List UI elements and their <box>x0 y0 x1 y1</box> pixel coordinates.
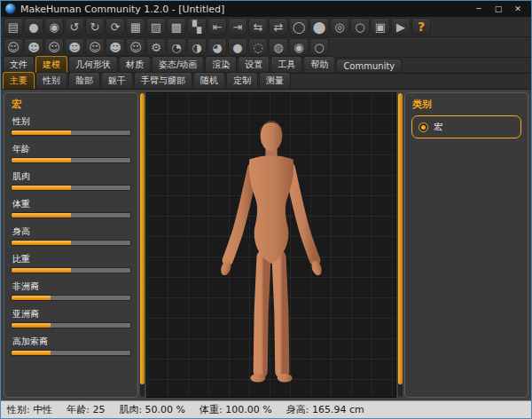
status-field: 肌肉: 50.00 % <box>119 403 185 416</box>
macro-panel: 宏 性别年龄肌肉体重身高比重非洲裔亚洲裔高加索裔 <box>4 92 138 398</box>
tab-定制[interactable]: 定制 <box>226 72 258 89</box>
tab-建模[interactable]: 建模 <box>35 56 67 73</box>
slider-fill <box>12 351 51 355</box>
tab-性别[interactable]: 性别 <box>35 72 67 89</box>
settings-gear-icon[interactable]: ⚙ <box>146 38 166 56</box>
slider-label: 高加索裔 <box>12 336 131 348</box>
tab-帮助[interactable]: 帮助 <box>303 56 335 73</box>
tab-躯干[interactable]: 躯干 <box>101 72 133 89</box>
tab-几何形状[interactable]: 几何形状 <box>68 56 118 73</box>
symmetry-right-icon[interactable]: ⇥ <box>228 18 247 36</box>
status-field: 年龄: 25 <box>66 403 105 416</box>
slider-track[interactable] <box>11 322 131 328</box>
orb-half-icon[interactable]: ◑ <box>187 38 207 56</box>
screenshot-camera-icon[interactable]: ▣ <box>371 18 390 36</box>
slider-fill <box>12 158 71 162</box>
right-scrollbar-thumb[interactable] <box>398 93 403 384</box>
orb-target-icon[interactable]: ◉ <box>289 38 309 56</box>
minimize-button[interactable]: ─ <box>470 3 488 15</box>
grid-toggle-icon[interactable]: ▦ <box>126 18 145 36</box>
status-field: 体重: 100.00 % <box>200 403 272 416</box>
window-title: MakeHuman Community 1.2.0 - [Untitled] <box>20 4 466 15</box>
tab-测量[interactable]: 测量 <box>259 72 291 89</box>
maximize-button[interactable]: □ <box>489 3 507 15</box>
sphere-solid-icon[interactable]: ● <box>24 18 43 36</box>
checker-background-icon[interactable]: ▚ <box>187 18 207 36</box>
makehuman-window: MakeHuman Community 1.2.0 - [Untitled] ─… <box>0 0 532 419</box>
orb-quarter-icon[interactable]: ◔ <box>167 38 186 56</box>
tab-渲染[interactable]: 渲染 <box>205 56 237 73</box>
face-shaded-icon[interactable]: ☻ <box>106 38 125 56</box>
new-file-icon[interactable]: ▤ <box>4 18 23 36</box>
slider-亚洲裔: 亚洲裔 <box>11 308 131 328</box>
tab-主要[interactable]: 主要 <box>3 72 35 89</box>
slider-track[interactable] <box>11 185 131 191</box>
tab-Community[interactable]: Community <box>336 59 402 73</box>
symmetry-left-icon[interactable]: ⇤ <box>207 18 227 36</box>
left-scrollbar-thumb[interactable] <box>140 93 145 384</box>
close-button[interactable]: ✕ <box>509 3 527 15</box>
wireframe-toggle-icon[interactable]: ▨ <box>146 18 166 36</box>
slider-fill <box>12 268 71 273</box>
undo-icon[interactable]: ↺ <box>65 18 84 36</box>
head-back-view-icon[interactable]: ☻ <box>65 38 84 56</box>
toolbar-row2: ☺☻☺☻☺☻☺⚙◔◑◕●◌◍◉○ <box>1 37 531 58</box>
head-side-view-icon[interactable]: ☻ <box>24 38 43 56</box>
head-top-view-icon[interactable]: ☺ <box>44 38 64 56</box>
tab-工具[interactable]: 工具 <box>270 56 302 73</box>
left-panel-scrollbar[interactable] <box>140 93 145 397</box>
slider-年龄: 年龄 <box>11 143 131 163</box>
human-model[interactable] <box>153 106 388 391</box>
orb-full-icon[interactable]: ● <box>228 38 247 56</box>
category-option-宏[interactable]: 宏 <box>419 121 514 133</box>
rotate-view-icon[interactable]: ⟳ <box>106 18 125 36</box>
orb-ring-icon[interactable]: ◌ <box>248 38 268 56</box>
slider-track[interactable] <box>11 350 131 356</box>
category-panel: 类别 宏 <box>404 92 528 398</box>
orb-empty-icon[interactable]: ○ <box>309 38 329 56</box>
radio-icon <box>419 123 428 132</box>
slider-fill <box>12 323 51 328</box>
slider-fill <box>12 241 71 245</box>
3d-viewport[interactable] <box>146 92 396 398</box>
slider-label: 非洲裔 <box>12 281 131 293</box>
slider-track[interactable] <box>11 157 131 163</box>
slider-fill <box>12 130 71 135</box>
category-group: 宏 <box>411 115 521 138</box>
app-logo-icon <box>5 4 16 14</box>
slider-label: 肌肉 <box>12 170 131 183</box>
pose-reset-icon[interactable]: ○ <box>350 18 370 36</box>
body-subdivide-icon[interactable]: ◎ <box>330 18 349 36</box>
redo-icon[interactable]: ↻ <box>85 18 105 36</box>
symmetry-sync-icon[interactable]: ⇆ <box>248 18 268 36</box>
mesh-toggle-icon[interactable]: ▩ <box>167 18 186 36</box>
slider-track[interactable] <box>11 295 131 301</box>
slider-track[interactable] <box>11 130 131 136</box>
slider-track[interactable] <box>11 240 131 246</box>
right-panel-scrollbar[interactable] <box>398 93 403 397</box>
tab-脸部[interactable]: 脸部 <box>68 72 100 89</box>
status-bar: 性别: 中性年龄: 25肌肉: 50.00 %体重: 100.00 %身高: 1… <box>1 400 531 418</box>
face-texture-icon[interactable]: ☺ <box>85 38 105 56</box>
slider-track[interactable] <box>11 267 131 273</box>
tab-材质[interactable]: 材质 <box>119 56 151 73</box>
body-smooth-icon[interactable]: ◯ <box>289 18 309 36</box>
face-wire-icon[interactable]: ☺ <box>126 38 145 56</box>
head-front-view-icon[interactable]: ☺ <box>4 38 23 56</box>
orb-dotted-icon[interactable]: ◍ <box>269 38 288 56</box>
tab-设置[interactable]: 设置 <box>238 56 270 73</box>
slider-身高: 身高 <box>11 225 131 246</box>
tab-文件[interactable]: 文件 <box>3 56 35 73</box>
tab-姿态/动画[interactable]: 姿态/动画 <box>152 56 204 73</box>
slider-track[interactable] <box>11 212 131 218</box>
slider-list: 性别年龄肌肉体重身高比重非洲裔亚洲裔高加索裔 <box>11 115 131 356</box>
sphere-smooth-icon[interactable]: ◉ <box>44 18 64 36</box>
help-icon[interactable]: ? <box>411 18 431 36</box>
tab-随机[interactable]: 随机 <box>193 72 225 89</box>
body-solid-icon[interactable]: ⬤ <box>309 18 329 36</box>
slider-label: 比重 <box>12 253 131 265</box>
tab-手臂与腿部[interactable]: 手臂与腿部 <box>134 72 192 89</box>
video-capture-icon[interactable]: ▶ <box>391 18 411 36</box>
orb-three-quarter-icon[interactable]: ◕ <box>207 38 227 56</box>
symmetry-mirror-icon[interactable]: ⇄ <box>269 18 288 36</box>
